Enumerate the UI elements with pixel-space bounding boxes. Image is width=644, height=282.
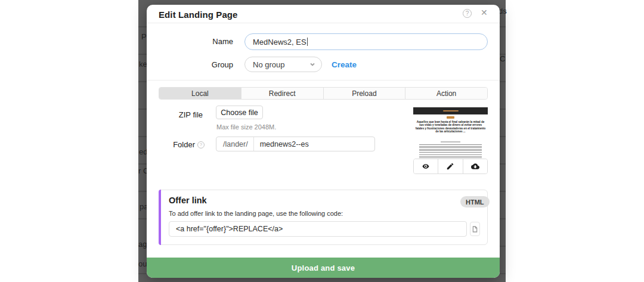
background-text-fragment: P <box>141 32 147 41</box>
folder-input[interactable]: mednews2--es <box>254 137 315 151</box>
offer-code-input[interactable]: <a href="{offer}">REPLACE</a> <box>169 221 467 237</box>
modal-header: Edit Landing Page ? ✕ <box>147 5 500 23</box>
preview-paragraph-lines <box>419 154 482 159</box>
choose-file-button[interactable]: Choose file <box>216 106 263 119</box>
tab-redirect[interactable]: Redirect <box>242 88 324 99</box>
copy-code-button[interactable] <box>470 222 480 236</box>
chevron-down-icon <box>309 61 315 67</box>
max-file-size-hint: Max file size 2048M. <box>216 123 276 131</box>
folder-input-group: /lander/ mednews2--es <box>216 137 375 151</box>
tab-preload[interactable]: Preload <box>324 88 406 99</box>
landing-preview-thumbnail[interactable]: Aquellos que lean hasta el final salvará… <box>413 106 488 159</box>
offer-link-description: To add offer link to the landing page, u… <box>169 210 343 217</box>
question-circle-icon[interactable]: ? <box>197 141 205 148</box>
html-badge: HTML <box>460 196 490 207</box>
card-accent-bar <box>159 190 161 245</box>
group-select-value: No group <box>253 60 284 69</box>
text-caret <box>307 38 308 46</box>
preview-masthead <box>413 107 488 114</box>
background-text-fragment: ds <box>499 7 507 16</box>
tab-local[interactable]: Local <box>159 88 242 99</box>
offer-link-title: Offer link <box>169 196 207 205</box>
landing-type-tabs: Local Redirect Preload Action <box>159 87 488 100</box>
preview-paragraph-lines <box>419 144 482 153</box>
preview-headline: Aquellos que lean hasta el final salvará… <box>415 120 486 134</box>
preview-byline <box>441 141 460 142</box>
offer-link-card: Offer link HTML To add offer link to the… <box>159 190 488 245</box>
background-text-fragment: C <box>500 54 505 63</box>
group-select[interactable]: No group <box>244 57 322 72</box>
modal-title: Edit Landing Page <box>159 10 238 20</box>
download-button[interactable] <box>463 159 487 173</box>
create-group-link[interactable]: Create <box>332 60 357 69</box>
tab-action[interactable]: Action <box>405 88 487 99</box>
upload-and-save-button[interactable]: Upload and save <box>147 258 500 278</box>
folder-prefix: /lander/ <box>216 137 254 151</box>
preview-masthead-text <box>443 110 459 112</box>
folder-field-label-wrap: Folder ? <box>147 140 205 149</box>
section-divider <box>147 80 500 80</box>
name-field-label: Name <box>147 37 233 46</box>
name-input[interactable]: MedNews2, ES <box>244 33 488 50</box>
cloud-download-icon <box>471 162 479 171</box>
edit-button[interactable] <box>438 159 463 173</box>
name-input-value: MedNews2, ES <box>253 38 306 47</box>
preview-category-badge <box>447 116 454 119</box>
help-icon[interactable]: ? <box>463 9 472 18</box>
close-icon[interactable]: ✕ <box>481 8 488 17</box>
copy-icon <box>472 226 478 233</box>
edit-landing-page-modal: Edit Landing Page ? ✕ Name MedNews2, ES … <box>147 5 500 278</box>
screen: P keit ed r C pa age our ds C Edit Landi… <box>0 0 644 282</box>
folder-field-label: Folder <box>173 140 195 149</box>
eye-icon <box>422 162 430 171</box>
group-field-label: Group <box>147 60 233 69</box>
preview-action-buttons <box>413 159 488 174</box>
pencil-icon <box>446 162 454 171</box>
zip-field-label: ZIP file <box>147 110 203 119</box>
preview-button[interactable] <box>414 159 438 173</box>
